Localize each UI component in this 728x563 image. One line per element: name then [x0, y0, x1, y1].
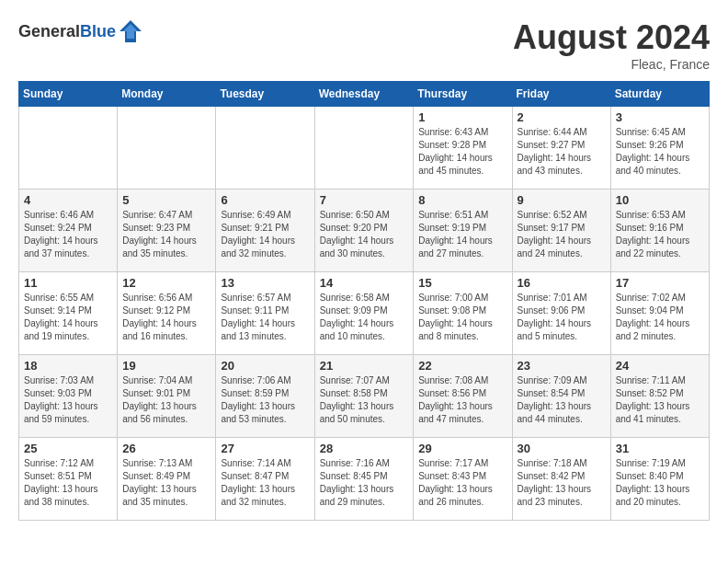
calendar-week-2: 4Sunrise: 6:46 AM Sunset: 9:24 PM Daylig…: [19, 190, 710, 272]
col-tuesday: Tuesday: [216, 82, 314, 107]
col-monday: Monday: [118, 82, 216, 107]
col-sunday: Sunday: [19, 82, 118, 107]
day-info: Sunrise: 7:06 AM Sunset: 8:59 PM Dayligh…: [221, 374, 309, 426]
day-number: 25: [24, 442, 112, 455]
day-info: Sunrise: 6:49 AM Sunset: 9:21 PM Dayligh…: [221, 209, 309, 260]
day-number: 27: [221, 442, 309, 455]
table-row: 15Sunrise: 7:00 AM Sunset: 9:08 PM Dayli…: [414, 272, 512, 355]
table-row: 11Sunrise: 6:55 AM Sunset: 9:14 PM Dayli…: [19, 272, 118, 355]
logo-general-text: GeneralBlue: [18, 22, 116, 41]
table-row: 30Sunrise: 7:18 AM Sunset: 8:42 PM Dayli…: [512, 438, 610, 521]
day-info: Sunrise: 7:02 AM Sunset: 9:04 PM Dayligh…: [616, 292, 704, 343]
day-number: 17: [616, 276, 704, 290]
day-number: 21: [320, 359, 409, 373]
day-info: Sunrise: 6:47 AM Sunset: 9:23 PM Dayligh…: [122, 209, 210, 260]
calendar-week-1: 1Sunrise: 6:43 AM Sunset: 9:28 PM Daylig…: [19, 107, 710, 190]
table-row: 22Sunrise: 7:08 AM Sunset: 8:56 PM Dayli…: [414, 355, 512, 438]
day-number: 1: [418, 110, 506, 124]
day-info: Sunrise: 7:13 AM Sunset: 8:49 PM Dayligh…: [122, 457, 210, 509]
table-row: 28Sunrise: 7:16 AM Sunset: 8:45 PM Dayli…: [314, 438, 414, 521]
day-info: Sunrise: 6:53 AM Sunset: 9:16 PM Dayligh…: [616, 209, 704, 260]
day-number: 5: [122, 193, 210, 207]
col-thursday: Thursday: [414, 82, 512, 107]
day-number: 12: [122, 276, 210, 290]
day-info: Sunrise: 7:01 AM Sunset: 9:06 PM Dayligh…: [518, 292, 606, 343]
day-info: Sunrise: 6:46 AM Sunset: 9:24 PM Dayligh…: [24, 209, 112, 260]
table-row: [118, 107, 216, 190]
day-number: 7: [320, 193, 409, 207]
calendar-week-4: 18Sunrise: 7:03 AM Sunset: 9:03 PM Dayli…: [19, 355, 710, 438]
table-row: [19, 107, 118, 190]
day-number: 3: [616, 110, 704, 124]
day-number: 23: [518, 359, 606, 373]
day-number: 6: [221, 193, 309, 207]
table-row: 21Sunrise: 7:07 AM Sunset: 8:58 PM Dayli…: [314, 355, 414, 438]
table-row: 23Sunrise: 7:09 AM Sunset: 8:54 PM Dayli…: [512, 355, 610, 438]
calendar-table: Sunday Monday Tuesday Wednesday Thursday…: [18, 81, 710, 521]
day-info: Sunrise: 7:17 AM Sunset: 8:43 PM Dayligh…: [418, 457, 506, 509]
day-info: Sunrise: 7:11 AM Sunset: 8:52 PM Dayligh…: [616, 374, 704, 426]
table-row: 26Sunrise: 7:13 AM Sunset: 8:49 PM Dayli…: [118, 438, 216, 521]
day-info: Sunrise: 6:44 AM Sunset: 9:27 PM Dayligh…: [518, 126, 606, 178]
month-year-title: August 2024: [513, 18, 710, 57]
day-number: 4: [24, 193, 112, 207]
table-row: 10Sunrise: 6:53 AM Sunset: 9:16 PM Dayli…: [610, 190, 709, 272]
table-row: 20Sunrise: 7:06 AM Sunset: 8:59 PM Dayli…: [216, 355, 314, 438]
table-row: 1Sunrise: 6:43 AM Sunset: 9:28 PM Daylig…: [414, 107, 512, 190]
table-row: 9Sunrise: 6:52 AM Sunset: 9:17 PM Daylig…: [512, 190, 610, 272]
table-row: 25Sunrise: 7:12 AM Sunset: 8:51 PM Dayli…: [19, 438, 118, 521]
day-info: Sunrise: 7:03 AM Sunset: 9:03 PM Dayligh…: [24, 374, 112, 426]
table-row: 17Sunrise: 7:02 AM Sunset: 9:04 PM Dayli…: [610, 272, 709, 355]
calendar-header-row: Sunday Monday Tuesday Wednesday Thursday…: [19, 82, 710, 107]
day-number: 15: [418, 276, 506, 290]
day-info: Sunrise: 6:51 AM Sunset: 9:19 PM Dayligh…: [418, 209, 506, 260]
day-number: 16: [518, 276, 606, 290]
day-number: 22: [418, 359, 506, 373]
table-row: 19Sunrise: 7:04 AM Sunset: 9:01 PM Dayli…: [118, 355, 216, 438]
day-info: Sunrise: 6:56 AM Sunset: 9:12 PM Dayligh…: [122, 292, 210, 343]
day-number: 19: [122, 359, 210, 373]
day-number: 10: [616, 193, 704, 207]
day-info: Sunrise: 6:52 AM Sunset: 9:17 PM Dayligh…: [518, 209, 606, 260]
day-number: 2: [518, 110, 606, 124]
day-number: 30: [518, 442, 606, 455]
table-row: 13Sunrise: 6:57 AM Sunset: 9:11 PM Dayli…: [216, 272, 314, 355]
day-info: Sunrise: 6:55 AM Sunset: 9:14 PM Dayligh…: [24, 292, 112, 343]
table-row: 31Sunrise: 7:19 AM Sunset: 8:40 PM Dayli…: [610, 438, 709, 521]
page-header: GeneralBlue August 2024 Fleac, France: [18, 18, 710, 72]
day-info: Sunrise: 7:08 AM Sunset: 8:56 PM Dayligh…: [418, 374, 506, 426]
day-info: Sunrise: 7:18 AM Sunset: 8:42 PM Dayligh…: [518, 457, 606, 509]
day-number: 20: [221, 359, 309, 373]
table-row: 14Sunrise: 6:58 AM Sunset: 9:09 PM Dayli…: [314, 272, 414, 355]
col-friday: Friday: [512, 82, 610, 107]
day-number: 28: [320, 442, 409, 455]
table-row: 3Sunrise: 6:45 AM Sunset: 9:26 PM Daylig…: [610, 107, 709, 190]
day-info: Sunrise: 6:57 AM Sunset: 9:11 PM Dayligh…: [221, 292, 309, 343]
day-number: 14: [320, 276, 409, 290]
day-info: Sunrise: 6:43 AM Sunset: 9:28 PM Dayligh…: [418, 126, 506, 178]
table-row: 18Sunrise: 7:03 AM Sunset: 9:03 PM Dayli…: [19, 355, 118, 438]
day-info: Sunrise: 7:00 AM Sunset: 9:08 PM Dayligh…: [418, 292, 506, 343]
day-info: Sunrise: 7:14 AM Sunset: 8:47 PM Dayligh…: [221, 457, 309, 509]
table-row: 2Sunrise: 6:44 AM Sunset: 9:27 PM Daylig…: [512, 107, 610, 190]
day-number: 8: [418, 193, 506, 207]
day-number: 11: [24, 276, 112, 290]
day-info: Sunrise: 6:58 AM Sunset: 9:09 PM Dayligh…: [320, 292, 409, 343]
table-row: 16Sunrise: 7:01 AM Sunset: 9:06 PM Dayli…: [512, 272, 610, 355]
day-info: Sunrise: 7:19 AM Sunset: 8:40 PM Dayligh…: [616, 457, 704, 509]
day-info: Sunrise: 7:12 AM Sunset: 8:51 PM Dayligh…: [24, 457, 112, 509]
table-row: 12Sunrise: 6:56 AM Sunset: 9:12 PM Dayli…: [118, 272, 216, 355]
calendar-week-5: 25Sunrise: 7:12 AM Sunset: 8:51 PM Dayli…: [19, 438, 710, 521]
table-row: 24Sunrise: 7:11 AM Sunset: 8:52 PM Dayli…: [610, 355, 709, 438]
table-row: 29Sunrise: 7:17 AM Sunset: 8:43 PM Dayli…: [414, 438, 512, 521]
calendar-week-3: 11Sunrise: 6:55 AM Sunset: 9:14 PM Dayli…: [19, 272, 710, 355]
table-row: [314, 107, 414, 190]
day-info: Sunrise: 7:16 AM Sunset: 8:45 PM Dayligh…: [320, 457, 409, 509]
day-number: 29: [418, 442, 506, 455]
col-saturday: Saturday: [610, 82, 709, 107]
day-info: Sunrise: 6:45 AM Sunset: 9:26 PM Dayligh…: [616, 126, 704, 178]
logo-icon: [118, 18, 143, 44]
day-number: 18: [24, 359, 112, 373]
table-row: 5Sunrise: 6:47 AM Sunset: 9:23 PM Daylig…: [118, 190, 216, 272]
logo: GeneralBlue: [18, 18, 143, 44]
